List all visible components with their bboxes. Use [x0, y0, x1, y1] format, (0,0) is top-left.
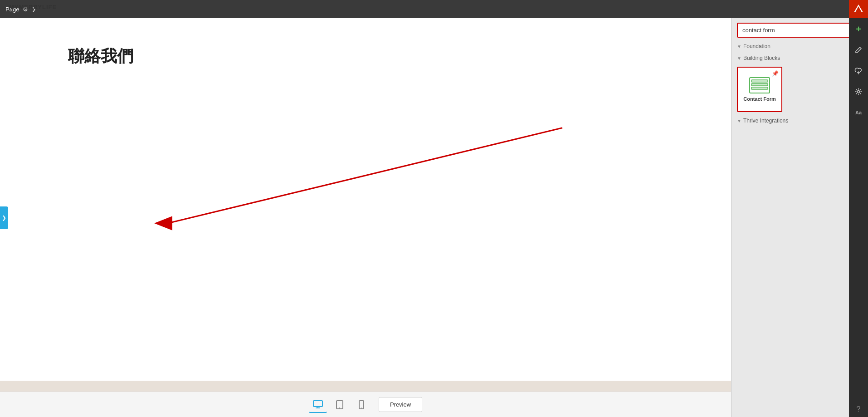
preview-button[interactable]: Preview	[379, 397, 422, 412]
mobile-view-button[interactable]	[352, 397, 371, 413]
add-element-icon[interactable]: +	[851, 22, 866, 36]
building-blocks-grid: 📌 Contact Form	[731, 64, 868, 115]
thrive-integrations-section-header[interactable]: ▼ Thrive Integrations	[731, 115, 868, 127]
right-icon-toolbar: + Aa ?	[849, 18, 868, 417]
svg-rect-2	[313, 401, 322, 407]
typography-icon[interactable]: Aa	[851, 105, 866, 120]
building-blocks-label: Building Blocks	[743, 55, 780, 61]
annotation-arrow	[0, 18, 731, 381]
desktop-view-button[interactable]	[309, 397, 327, 413]
contact-form-block[interactable]: 📌 Contact Form	[737, 67, 782, 112]
canvas-white: 聯絡我們	[0, 18, 731, 381]
main-layout: ❯ 聯絡我們	[0, 18, 868, 417]
contact-form-block-label: Contact Form	[743, 96, 776, 102]
svg-point-4	[339, 407, 340, 408]
settings-gear-icon[interactable]	[851, 84, 866, 99]
cloud-upload-icon[interactable]	[851, 64, 866, 78]
building-blocks-section-header[interactable]: ▼ Building Blocks	[731, 52, 868, 64]
bottom-toolbar: Preview	[0, 392, 731, 417]
svg-point-6	[361, 407, 362, 408]
top-bar: Page ⚙ ❯ MYMERRYLIFE	[0, 0, 868, 18]
thrive-integrations-collapse-icon: ▼	[737, 118, 741, 123]
building-blocks-collapse-icon: ▼	[737, 56, 741, 61]
search-input-wrapper: ×	[737, 23, 863, 38]
foundation-collapse-icon: ▼	[737, 44, 741, 49]
contact-form-icon	[749, 77, 770, 93]
svg-point-14	[858, 91, 860, 93]
left-panel-toggle[interactable]: ❯	[0, 206, 8, 229]
search-input[interactable]	[738, 24, 862, 37]
svg-marker-1	[154, 216, 172, 231]
help-icon[interactable]: ?	[849, 405, 868, 413]
thrive-integrations-label: Thrive Integrations	[743, 118, 788, 124]
search-area: ×	[731, 18, 868, 40]
page-title: 聯絡我們	[68, 45, 133, 68]
foundation-label: Foundation	[743, 43, 770, 49]
pin-icon: 📌	[772, 70, 779, 77]
svg-line-0	[168, 128, 562, 223]
canvas-area: ❯ 聯絡我們	[0, 18, 731, 417]
tablet-view-button[interactable]	[331, 397, 349, 413]
brand-logo	[849, 0, 868, 18]
edit-icon[interactable]	[851, 43, 866, 57]
foundation-section-header[interactable]: ▼ Foundation	[731, 40, 868, 52]
right-sidebar: × ▼ Foundation ▼ Building Blocks 📌	[731, 18, 868, 417]
site-logo: MYMERRYLIFE	[9, 4, 57, 10]
